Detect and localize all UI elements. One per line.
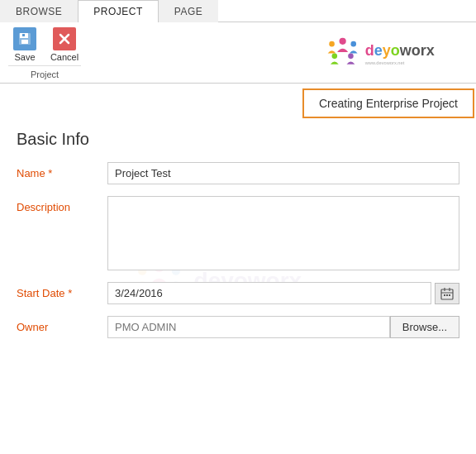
owner-input[interactable] [107,316,390,338]
name-label: Name * [17,162,107,179]
svg-text:www.devoworx.net: www.devoworx.net [364,61,405,66]
start-date-input[interactable] [107,282,431,304]
description-row: Description [17,196,459,270]
save-icon [13,27,36,50]
svg-rect-24 [444,294,445,296]
name-input[interactable] [107,162,459,184]
calendar-icon [440,287,454,300]
svg-point-10 [348,54,354,60]
logo-svg: deyoworx www.devoworx.net [319,27,468,73]
start-date-label: Start Date * [17,282,107,299]
cancel-icon [53,27,76,50]
tab-browse[interactable]: BROWSE [0,0,78,22]
svg-rect-26 [449,294,450,296]
logo: deyoworx www.devoworx.net [319,27,468,73]
ribbon-tab-bar: BROWSE PROJECT PAGE [0,0,476,22]
description-input[interactable] [107,196,459,270]
save-button[interactable]: Save [8,27,41,62]
content-area: Creating Enterprise Project deyoworx www… [0,84,476,358]
cancel-label: Cancel [50,52,79,62]
svg-rect-3 [22,34,25,36]
tab-page[interactable]: PAGE [159,0,218,22]
calendar-button[interactable] [435,283,459,304]
cancel-button[interactable]: Cancel [48,27,81,62]
header-banner: Creating Enterprise Project [0,84,476,123]
ribbon: BROWSE PROJECT PAGE Save [0,0,476,84]
svg-rect-25 [446,294,448,296]
svg-point-9 [332,54,338,60]
ribbon-group-label: Project [8,65,81,79]
ribbon-group-project: Save Cancel Project [8,27,81,79]
save-label: Save [14,52,35,62]
owner-row: Owner Browse... [17,316,459,338]
svg-text:deyoworx: deyoworx [365,42,435,59]
svg-rect-2 [21,40,28,44]
description-label: Description [17,196,107,213]
form-area: Basic Info Name * Description Start Date… [0,123,476,358]
owner-label: Owner [17,316,107,333]
basic-info-title: Basic Info [17,130,459,149]
svg-point-7 [329,41,335,47]
ribbon-body: Save Cancel Project [0,22,476,83]
svg-point-6 [340,38,346,45]
ribbon-group-buttons: Save Cancel [8,27,81,62]
browse-button[interactable]: Browse... [390,316,459,338]
tab-project[interactable]: PROJECT [78,0,159,22]
creating-badge: Creating Enterprise Project [302,88,474,118]
start-date-row: Start Date * [17,282,459,304]
svg-point-8 [350,41,356,47]
owner-wrapper: Browse... [107,316,459,338]
date-wrapper [107,282,459,304]
name-row: Name * [17,162,459,184]
